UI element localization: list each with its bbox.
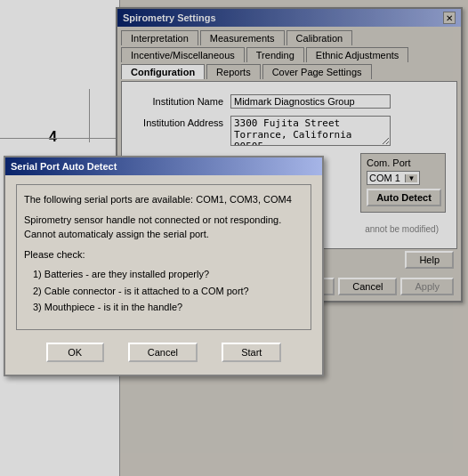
- background: 4 Spirometry Settings ✕ Interpretation M…: [0, 0, 468, 476]
- modal-buttons: OK Cancel Start: [16, 337, 311, 369]
- check-item-1: 1) Batteries - are they installed proper…: [33, 267, 303, 282]
- serial-port-dialog: Serial Port Auto Detect The following se…: [4, 156, 324, 376]
- modal-text-1: The following serial ports are available…: [24, 192, 303, 315]
- modal-cancel-button[interactable]: Cancel: [128, 343, 198, 362]
- check-item-3: 3) Mouthpiece - is it in the handle?: [33, 300, 303, 315]
- modal-para-1: The following serial ports are available…: [24, 192, 303, 207]
- modal-ok-button[interactable]: OK: [46, 343, 104, 362]
- modal-title: Serial Port Auto Detect: [11, 161, 117, 172]
- check-item-2: 2) Cable connector - is it attached to a…: [33, 284, 303, 299]
- modal-body: The following serial ports are available…: [5, 175, 322, 375]
- modal-titlebar: Serial Port Auto Detect: [5, 157, 322, 175]
- modal-check-list: 1) Batteries - are they installed proper…: [33, 267, 303, 315]
- modal-para-2: Spirometry sensor handle not connected o…: [24, 213, 303, 242]
- modal-start-button[interactable]: Start: [222, 343, 281, 362]
- modal-para-3: Please check:: [24, 247, 303, 262]
- modal-content-border: The following serial ports are available…: [16, 184, 311, 330]
